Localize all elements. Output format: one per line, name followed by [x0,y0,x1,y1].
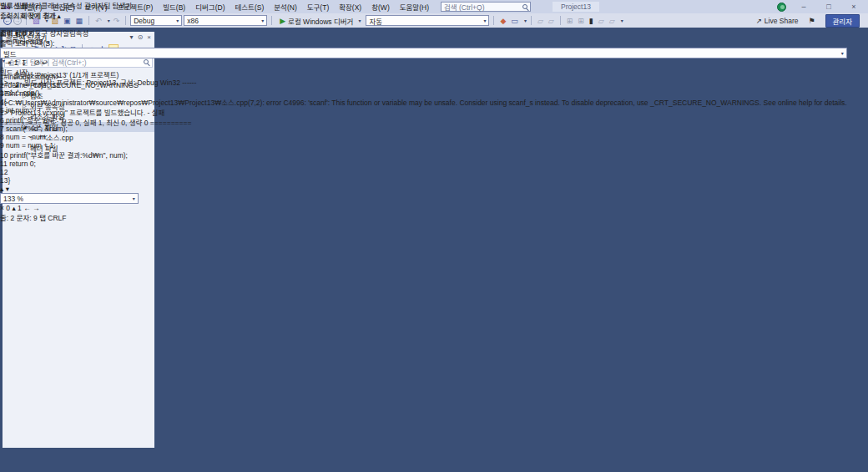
zoom-level-value: 133 % [3,195,23,203]
output-line: ========== 빌드: 성공 0, 실패 1, 최신 0, 생략 0 ==… [0,117,847,127]
start-debugging-button[interactable]: ▶ 로컬 Windows 디버거 ▾ [276,16,364,26]
minimize-button[interactable]: – [796,3,811,11]
quick-search-placeholder: 검색 (Ctrl+Q) [444,2,484,12]
attach-combo[interactable]: 자동 ▾ [366,15,489,26]
code-token: , num); [106,151,128,160]
show-output-from-label: 출력 보기 선택(S): [0,39,54,48]
chevron-down-icon: ▾ [483,18,486,23]
output-toolbar: 출력 보기 선택(S): 빌드 ▾ ⇥ ↥ ↧ ⊘ ↩ [0,38,847,67]
code-line: 11 return 0; [0,160,139,168]
close-button[interactable]: × [846,3,861,11]
next-message-icon[interactable]: ↧ [21,58,27,67]
account-avatar[interactable] [777,3,786,12]
code-token: printf [10,151,26,160]
play-icon: ▶ [280,17,285,25]
chevron-down-icon: ▾ [841,50,844,56]
previous-message-icon[interactable]: ↥ [13,58,19,67]
live-share-button[interactable]: ↗ Live Share [756,17,799,25]
menu-item-w[interactable]: 창(W) [366,1,395,13]
code-token: num = num + 1; [4,141,56,150]
add-to-source-control-button[interactable]: 소스 제어에 추가 [6,12,55,20]
monitor-dropdown-icon[interactable]: ▾ [524,18,527,23]
code-text: num = ~num; [4,133,48,141]
status-bar: 빌드 실패 ↑ 소스 제어에 추가 ▴ [0,0,61,20]
tool-tab-알림[interactable]: 알림 [63,29,76,38]
warning-icon[interactable]: ▴ [12,204,15,212]
caret-line-indicator: 줄: 2 [0,214,14,222]
monitor-icon[interactable]: ▭ [509,17,520,25]
admin-badge[interactable]: 관리자 [825,14,860,28]
menu-item-t[interactable]: 도구(T) [302,1,335,13]
line-number: 12 [0,168,8,176]
show-output-from-value: 빌드 [3,48,17,58]
code-token: } [8,176,10,185]
start-debugging-label: 로컬 Windows 디버거 [288,16,353,26]
show-output-from-combo[interactable]: 빌드 ▾ [0,48,847,58]
solution-configuration-combo[interactable]: Debug ▾ [130,15,182,26]
output-line: 1>C:₩Users₩Administrator₩source₩repos₩Pr… [0,97,847,107]
navigate-back-icon[interactable]: ← [23,204,31,212]
error-icon[interactable]: × [0,204,4,212]
warning-count[interactable]: 1 [18,204,22,212]
editor-status-strip: 133 % ▾ × 0 ▴ 1 ← → 줄: 2 문자: 9 탭 CRLF [0,193,139,222]
quick-search-input[interactable]: 검색 (Ctrl+Q) [441,2,531,12]
attach-value: 자동 [369,16,382,26]
menu-item-h[interactable]: 도움말(H) [395,1,434,13]
hot-reload-icon[interactable]: ◆ [498,17,507,25]
up-arrow-icon: ↑ [0,12,3,20]
tool-tab-속성[interactable]: 속성 [76,29,89,38]
navigate-icon[interactable]: ⊞ [576,17,586,25]
menu-item-d[interactable]: 디버그(D) [190,1,230,13]
navigate-forward-icon[interactable]: → [33,204,40,212]
toolbar-separator [271,16,272,25]
clear-all-icon[interactable]: ⊘ [34,58,40,67]
step-over-icon[interactable]: ▱ [536,17,545,25]
error-count[interactable]: 0 [6,204,10,212]
code-line: 10 printf("부호를 바꾼 결과:%d₩n", num); [0,150,139,160]
platform-value: x86 [187,17,199,25]
maximize-button[interactable]: □ [821,3,836,11]
menu-item-n[interactable]: 분석(N) [269,1,301,13]
tool-tab-도구 상자[interactable]: 도구 상자 [34,29,63,38]
code-line: 12 [0,168,139,176]
uncomment-icon[interactable]: ▱ [608,17,617,25]
output-line: 1>소스.cpp [0,87,847,97]
line-number: 11 [0,160,8,168]
window-title: Project13 [553,2,599,12]
scroll-up-icon[interactable]: ▴ [0,185,3,193]
output-panel: 출력 ▾ ⊙ × 출력 보기 선택(S): 빌드 ▾ ⇥ ↥ ↧ ⊘ ↩ 빌드 … [0,28,847,127]
zoom-level-combo[interactable]: 133 % ▾ [0,193,139,204]
bookmark-icon[interactable]: ▮ [588,17,595,25]
output-content[interactable]: 빌드 시작...1>------ 빌드 시작: 프로젝트: Project13,… [0,67,847,127]
feedback-icon[interactable]: ⚑ [806,17,816,25]
output-line: 1>"Project13.vcxproj" 프로젝트를 빌드했습니다. - 실패 [0,107,847,117]
editor-vertical-scrollbar[interactable]: ▴ ▾ [0,185,139,193]
word-wrap-icon[interactable]: ↩ [42,58,48,67]
code-text: num = num + 1; [4,141,56,150]
chevron-down-icon: ▾ [176,18,179,23]
solution-platform-combo[interactable]: x86 ▾ [184,15,267,26]
caret-column-indicator: 문자: 9 [17,214,38,222]
toolbar-overflow-icon[interactable]: ▾ [621,18,623,23]
find-message-icon[interactable]: ⇥ [5,58,11,67]
step-into-icon[interactable]: ▱ [547,17,556,25]
menu-item-s[interactable]: 테스트(S) [230,1,269,13]
code-token: return [9,160,28,168]
chevron-up-icon[interactable]: ▴ [57,12,60,20]
find-icon[interactable]: ⊞ [565,17,575,25]
scroll-down-icon[interactable]: ▾ [6,185,9,193]
output-titlebar[interactable]: 출력 ▾ ⊙ × [0,28,847,38]
output-line: 빌드 시작... [0,67,847,77]
code-token: 0; [28,160,35,168]
eol-indicator: CRLF [48,214,66,222]
search-icon [522,4,527,9]
panel-tab-팀 탐색기[interactable]: 팀 탐색기 [103,2,132,10]
tool-tab-서버 탐색기[interactable]: 서버 탐색기 [0,29,34,38]
menu-item-b[interactable]: 빌드(B) [158,1,190,13]
panel-tab-속성 관리자[interactable]: 속성 관리자 [69,2,103,10]
menu-item-x[interactable]: 확장(X) [334,1,366,13]
comment-icon[interactable]: ▱ [597,17,606,25]
code-token: num = ~num; [4,133,48,141]
main-area: 솔루션 탐색기 ▾ ⊙ × ← → ⌂ ⇅ ⇄ ↻ ⊟ <> ✛ ▬ 솔루션 탐… [0,28,868,472]
output-lines: 빌드 시작...1>------ 빌드 시작: 프로젝트: Project13,… [0,67,847,127]
